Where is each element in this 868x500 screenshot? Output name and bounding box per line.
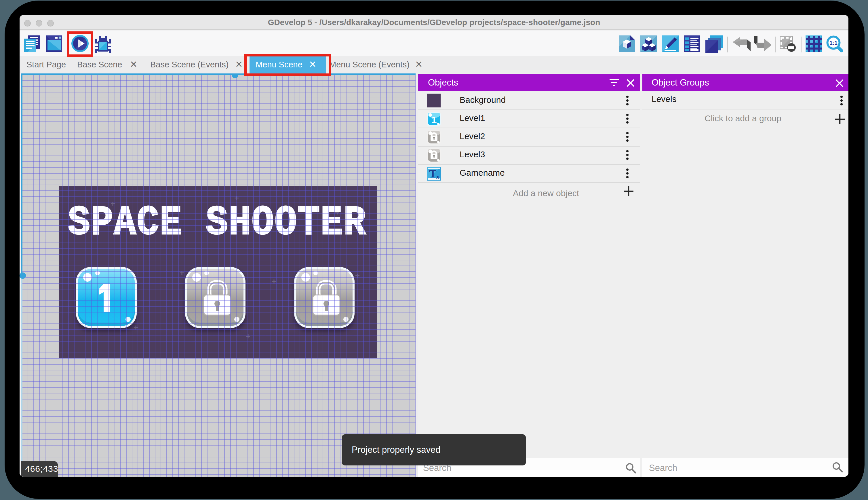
- svg-text:T: T: [429, 168, 436, 180]
- svg-text:x: x: [436, 173, 439, 180]
- svg-text:1:1: 1:1: [830, 40, 837, 46]
- svg-text:1: 1: [431, 114, 437, 125]
